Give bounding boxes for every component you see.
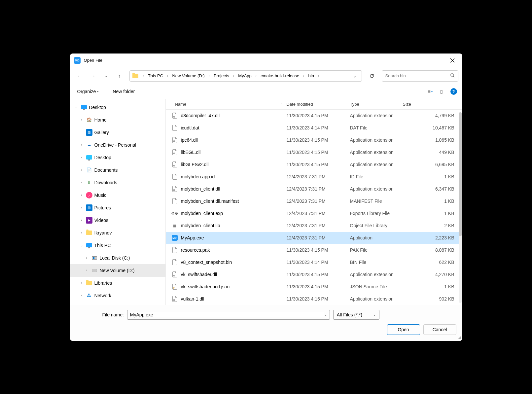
new-folder-button[interactable]: New folder — [111, 88, 137, 95]
chevron-right-icon[interactable]: › — [79, 156, 84, 159]
file-list[interactable]: ⚙d3dcompiler_47.dll11/30/2023 4:15 PMApp… — [166, 110, 462, 305]
close-button[interactable] — [446, 54, 458, 66]
breadcrumb-item[interactable]: This PC — [147, 73, 164, 79]
sidebar-item-downloads[interactable]: ›⬇Downloads — [70, 176, 165, 189]
chevron-right-icon[interactable]: › — [316, 74, 321, 78]
sidebar-item-home[interactable]: ›🏠Home — [70, 114, 165, 126]
file-row[interactable]: molybden.app.id12/4/2023 7:31 PMID File1… — [166, 171, 462, 183]
chevron-right-icon[interactable]: › — [85, 256, 89, 260]
chevron-right-icon[interactable]: › — [254, 74, 259, 78]
navigation-pane[interactable]: ⌄Desktop ›🏠Home ▥Gallery ›☁OneDrive - Pe… — [70, 99, 166, 305]
filename-input[interactable] — [130, 312, 324, 317]
sidebar-item-desktop[interactable]: ⌄Desktop — [70, 101, 165, 114]
column-header-size[interactable]: Size — [403, 102, 462, 107]
file-row[interactable]: ⚙vk_swiftshader.dll11/30/2023 4:15 PMApp… — [166, 269, 462, 281]
breadcrumb-item[interactable]: New Volume (D:) — [171, 73, 206, 79]
sidebar-item-libraries[interactable]: ›Libraries — [70, 277, 165, 289]
file-name: libGLESv2.dll — [181, 162, 287, 167]
file-row[interactable]: v8_context_snapshot.bin11/30/2023 4:14 P… — [166, 256, 462, 269]
file-row[interactable]: ⚙libGLESv2.dll11/30/2023 4:15 PMApplicat… — [166, 159, 462, 171]
file-row[interactable]: ⚙molybden_client.dll12/4/2023 7:31 PMApp… — [166, 183, 462, 195]
file-date: 11/30/2023 4:15 PM — [287, 137, 350, 143]
file-row[interactable]: ⚙vulkan-1.dll11/30/2023 4:15 PMApplicati… — [166, 293, 462, 305]
search-input[interactable] — [385, 73, 450, 78]
network-icon: 🖧 — [86, 292, 92, 299]
chevron-right-icon[interactable]: › — [79, 193, 84, 197]
chevron-down-icon[interactable]: ⌄ — [373, 313, 376, 316]
sidebar-item-new-volume-d[interactable]: ›New Volume (D:) — [70, 264, 165, 277]
file-row[interactable]: ⚙libEGL.dll11/30/2023 4:15 PMApplication… — [166, 146, 462, 159]
file-row[interactable]: { }vk_swiftshader_icd.json11/30/2023 4:1… — [166, 281, 462, 293]
documents-icon: 📄 — [86, 167, 92, 173]
chevron-right-icon[interactable]: › — [79, 206, 84, 209]
chevron-down-icon[interactable]: ⌄ — [74, 105, 79, 109]
chevron-right-icon[interactable]: › — [79, 168, 84, 172]
chevron-right-icon[interactable]: › — [79, 294, 84, 297]
organize-menu[interactable]: Organize ▾ — [75, 88, 101, 95]
breadcrumb-item[interactable]: Projects — [212, 73, 231, 79]
sidebar-item-user-folder[interactable]: ›Ikryanov — [70, 227, 165, 239]
open-button[interactable]: Open — [387, 324, 420, 335]
breadcrumb-item[interactable]: bin — [307, 73, 315, 79]
file-row[interactable]: icudtl.dat11/30/2023 4:14 PMDAT File10,4… — [166, 122, 462, 134]
sidebar-item-label: New Volume (D:) — [100, 268, 135, 273]
file-row[interactable]: ▦molybden_client.lib12/4/2023 7:31 PMObj… — [166, 220, 462, 232]
breadcrumb[interactable]: › This PC › New Volume (D:) › Projects ›… — [129, 70, 362, 82]
file-row[interactable]: MDMyApp.exe12/4/2023 7:31 PMApplication2… — [166, 232, 462, 244]
scrollbar[interactable] — [459, 112, 462, 303]
chevron-down-icon[interactable]: ⌄ — [79, 243, 84, 247]
sidebar-item-desktop2[interactable]: ›Desktop — [70, 151, 165, 164]
breadcrumb-item[interactable]: MyApp — [237, 73, 253, 79]
file-name: resources.pak — [181, 247, 287, 253]
scrollbar-thumb[interactable] — [459, 112, 462, 236]
view-list-button[interactable]: ≡▾ — [425, 86, 436, 97]
chevron-down-icon[interactable]: ⌄ — [324, 313, 327, 316]
sidebar-item-onedrive[interactable]: ›☁OneDrive - Personal — [70, 139, 165, 151]
column-header-name[interactable]: Name˄ — [175, 102, 287, 107]
nav-back-button[interactable]: ← — [74, 70, 86, 82]
search-box[interactable] — [382, 70, 458, 82]
column-header-type[interactable]: Type — [350, 102, 403, 107]
chevron-right-icon[interactable]: › — [165, 74, 170, 78]
file-row[interactable]: ⚙ipc64.dll11/30/2023 4:15 PMApplication … — [166, 134, 462, 146]
chevron-right-icon[interactable]: › — [207, 74, 212, 78]
column-headers: Name˄ Date modified Type Size — [166, 99, 462, 110]
sidebar-item-videos[interactable]: ›▶Videos — [70, 214, 165, 227]
file-name: molybden_client.dll — [181, 186, 287, 192]
sidebar-item-gallery[interactable]: ▥Gallery — [70, 126, 165, 139]
preview-pane-button[interactable]: ▯ — [436, 86, 447, 97]
file-row[interactable]: molybden_client.dll.manifest12/4/2023 7:… — [166, 195, 462, 207]
file-filter-combobox[interactable]: All Files (*.*) ⌄ — [333, 310, 379, 320]
refresh-button[interactable] — [366, 70, 378, 82]
sidebar-item-this-pc[interactable]: ⌄This PC — [70, 239, 165, 252]
chevron-right-icon[interactable]: › — [79, 281, 84, 285]
nav-forward-button[interactable]: → — [87, 70, 99, 82]
sidebar-item-music[interactable]: ›♪Music — [70, 189, 165, 201]
nav-recent-button[interactable]: ⌄ — [100, 70, 112, 82]
breadcrumb-item[interactable]: cmake-build-release — [259, 73, 301, 79]
chevron-right-icon[interactable]: › — [141, 74, 146, 78]
nav-up-button[interactable]: ↑ — [114, 70, 125, 82]
chevron-right-icon[interactable]: › — [79, 118, 84, 122]
sidebar-item-local-disk-c[interactable]: ›Local Disk (C:) — [70, 252, 165, 264]
sidebar-item-pictures[interactable]: ›▨Pictures — [70, 201, 165, 214]
sidebar-item-documents[interactable]: ›📄Documents — [70, 164, 165, 176]
search-icon[interactable] — [450, 73, 455, 79]
sidebar-item-network[interactable]: ›🖧Network — [70, 289, 165, 302]
chevron-right-icon[interactable]: › — [231, 74, 236, 78]
chevron-right-icon[interactable]: › — [301, 74, 306, 78]
help-button[interactable]: ? — [450, 88, 457, 95]
filename-combobox[interactable]: ⌄ — [127, 310, 330, 320]
chevron-right-icon[interactable]: › — [79, 143, 84, 147]
breadcrumb-dropdown[interactable]: ⌄ — [353, 73, 357, 79]
chevron-right-icon[interactable]: › — [79, 231, 84, 234]
file-row[interactable]: ⚙⚙molybden_client.exp12/4/2023 7:31 PMEx… — [166, 207, 462, 220]
chevron-right-icon[interactable]: › — [85, 269, 89, 272]
file-row[interactable]: ⚙d3dcompiler_47.dll11/30/2023 4:15 PMApp… — [166, 110, 462, 122]
disk-icon — [91, 255, 98, 261]
chevron-right-icon[interactable]: › — [79, 218, 84, 222]
cancel-button[interactable]: Cancel — [423, 324, 456, 335]
file-row[interactable]: resources.pak11/30/2023 4:15 PMPAK File8… — [166, 244, 462, 256]
column-header-date[interactable]: Date modified — [287, 102, 350, 107]
chevron-right-icon[interactable]: › — [79, 181, 84, 184]
